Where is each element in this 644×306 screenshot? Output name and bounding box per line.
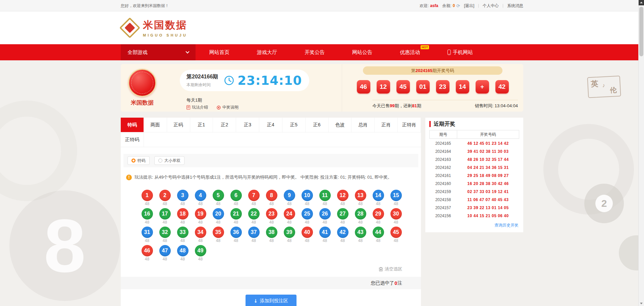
number-ball[interactable]: 7 bbox=[248, 190, 260, 201]
number-ball[interactable]: 43 bbox=[355, 227, 366, 238]
number-cell: 1748 bbox=[156, 208, 174, 225]
add-to-bet-button[interactable]: ↓ 添加到投注区 bbox=[246, 295, 297, 306]
logout-link[interactable]: [退出] bbox=[464, 3, 474, 9]
number-ball[interactable]: 36 bbox=[230, 227, 242, 238]
odds-label: 48 bbox=[316, 238, 334, 243]
tab[interactable]: 特码 bbox=[121, 118, 144, 132]
win-description-link[interactable]: 中奖说明 bbox=[217, 105, 238, 110]
number-ball[interactable]: 46 bbox=[142, 245, 153, 256]
number-ball[interactable]: 2 bbox=[159, 190, 171, 201]
draw-issue: 2024156 bbox=[429, 213, 457, 218]
tab[interactable]: 正1 bbox=[190, 118, 213, 132]
scrollbar-up-button[interactable] bbox=[639, 0, 644, 5]
nav-item[interactable]: 网站首页 bbox=[196, 44, 243, 60]
recent-draw-row: 202416204 24 21 34 36 15 31 bbox=[429, 164, 519, 172]
nav-item[interactable]: 优惠活动HOT bbox=[386, 44, 434, 60]
number-ball[interactable]: 14 bbox=[373, 190, 384, 201]
number-ball[interactable]: 18 bbox=[177, 208, 189, 220]
number-cell: 4448 bbox=[369, 227, 387, 243]
number-ball[interactable]: 19 bbox=[195, 208, 206, 220]
tab[interactable]: 正3 bbox=[236, 118, 259, 132]
number-cell: 648 bbox=[227, 190, 245, 206]
nav-item[interactable]: 手机网站 bbox=[434, 44, 487, 60]
number-ball[interactable]: 26 bbox=[319, 208, 331, 220]
number-ball[interactable]: 25 bbox=[302, 208, 313, 220]
number-ball[interactable]: 37 bbox=[248, 227, 260, 238]
number-ball[interactable]: 47 bbox=[159, 245, 171, 256]
clear-selection-button[interactable]: 清空选区 bbox=[379, 266, 402, 272]
number-ball[interactable]: 17 bbox=[159, 208, 171, 220]
number-ball[interactable]: 29 bbox=[373, 208, 384, 220]
refresh-balance-icon[interactable]: ⟳ bbox=[456, 3, 460, 8]
number-ball[interactable]: 16 bbox=[142, 208, 153, 220]
nav-item[interactable]: 游戏大厅 bbox=[243, 44, 291, 60]
number-ball[interactable]: 23 bbox=[266, 208, 277, 220]
number-ball[interactable]: 30 bbox=[390, 208, 402, 220]
recent-draw-row: 202416439 41 02 38 11 30 03 bbox=[429, 147, 519, 156]
number-ball[interactable]: 11 bbox=[319, 190, 331, 201]
tab[interactable]: 两面 bbox=[144, 118, 167, 132]
number-ball[interactable]: 42 bbox=[337, 227, 348, 238]
number-ball[interactable]: 33 bbox=[177, 227, 189, 238]
tab[interactable]: 正6 bbox=[306, 118, 329, 132]
tab[interactable]: 正肖 bbox=[375, 118, 398, 132]
tab[interactable]: 正码 bbox=[167, 118, 190, 132]
number-ball[interactable]: 4 bbox=[195, 190, 206, 201]
number-ball[interactable]: 38 bbox=[266, 227, 277, 238]
scrollbar-down-button[interactable] bbox=[639, 301, 644, 306]
draw-issue: 2024162 bbox=[429, 165, 457, 170]
draw-panel-left: 米国数据 第2024166期 本期剩余时间 23:14:10 每天1期 玩法介绍 bbox=[121, 64, 342, 112]
number-ball[interactable]: 1 bbox=[142, 190, 153, 201]
number-ball[interactable]: 35 bbox=[213, 227, 224, 238]
number-ball[interactable]: 22 bbox=[248, 208, 260, 220]
system-message-link[interactable]: 系统消息 bbox=[507, 3, 523, 9]
number-ball[interactable]: 45 bbox=[390, 227, 402, 238]
number-ball[interactable]: 28 bbox=[355, 208, 366, 220]
page-scrollbar[interactable] bbox=[638, 0, 644, 306]
tab[interactable]: 正5 bbox=[282, 118, 306, 132]
background-ring-decoration bbox=[0, 101, 77, 201]
scrollbar-thumb[interactable] bbox=[639, 7, 643, 56]
tab[interactable]: 正特码 bbox=[121, 132, 144, 147]
number-ball[interactable]: 3 bbox=[177, 190, 189, 201]
tab[interactable]: 正2 bbox=[213, 118, 236, 132]
tab[interactable]: 总肖 bbox=[352, 118, 375, 132]
number-ball[interactable]: 12 bbox=[337, 190, 348, 201]
number-ball[interactable]: 8 bbox=[266, 190, 277, 201]
number-ball[interactable]: 39 bbox=[284, 227, 295, 238]
all-games-menu[interactable]: 全部游戏 bbox=[121, 44, 196, 60]
number-ball[interactable]: 6 bbox=[230, 190, 242, 201]
number-ball[interactable]: 34 bbox=[195, 227, 206, 238]
number-ball[interactable]: 21 bbox=[230, 208, 242, 220]
play-intro-link[interactable]: 玩法介绍 bbox=[186, 105, 208, 110]
number-ball[interactable]: 41 bbox=[319, 227, 331, 238]
tab[interactable]: 正4 bbox=[259, 118, 282, 132]
odds-label: 48 bbox=[369, 238, 387, 243]
number-ball[interactable]: 5 bbox=[213, 190, 224, 201]
number-ball[interactable]: 40 bbox=[302, 227, 313, 238]
history-link[interactable]: 查询历史开奖 bbox=[425, 223, 519, 228]
number-ball[interactable]: 9 bbox=[284, 190, 295, 201]
filter-option[interactable]: 特码 bbox=[127, 156, 150, 165]
stamp-decoration: 英 ♪ 伦 bbox=[587, 75, 621, 98]
number-ball[interactable]: 27 bbox=[337, 208, 348, 220]
number-ball[interactable]: 24 bbox=[284, 208, 295, 220]
tab[interactable]: 正特肖 bbox=[398, 118, 421, 132]
nav-item[interactable]: 网站公告 bbox=[338, 44, 386, 60]
filter-option[interactable]: 大小单双 bbox=[154, 156, 184, 165]
personal-center-link[interactable]: 个人中心 bbox=[483, 3, 499, 9]
number-ball[interactable]: 15 bbox=[390, 190, 402, 201]
number-ball[interactable]: 31 bbox=[142, 227, 153, 238]
number-ball[interactable]: 13 bbox=[355, 190, 366, 201]
site-logo[interactable]: 米国数据 MIGUO SHUJU bbox=[121, 18, 187, 37]
number-ball[interactable]: 20 bbox=[213, 208, 224, 220]
number-grid: 1482483484485486487488489481048114812481… bbox=[138, 190, 421, 261]
number-ball[interactable]: 32 bbox=[159, 227, 171, 238]
number-ball[interactable]: 49 bbox=[195, 245, 206, 256]
number-ball[interactable]: 44 bbox=[373, 227, 384, 238]
tab[interactable]: 色波 bbox=[329, 118, 352, 132]
number-ball[interactable]: 48 bbox=[177, 245, 189, 256]
odds-label: 48 bbox=[280, 201, 298, 206]
number-ball[interactable]: 10 bbox=[302, 190, 313, 201]
nav-item[interactable]: 开奖公告 bbox=[291, 44, 338, 60]
